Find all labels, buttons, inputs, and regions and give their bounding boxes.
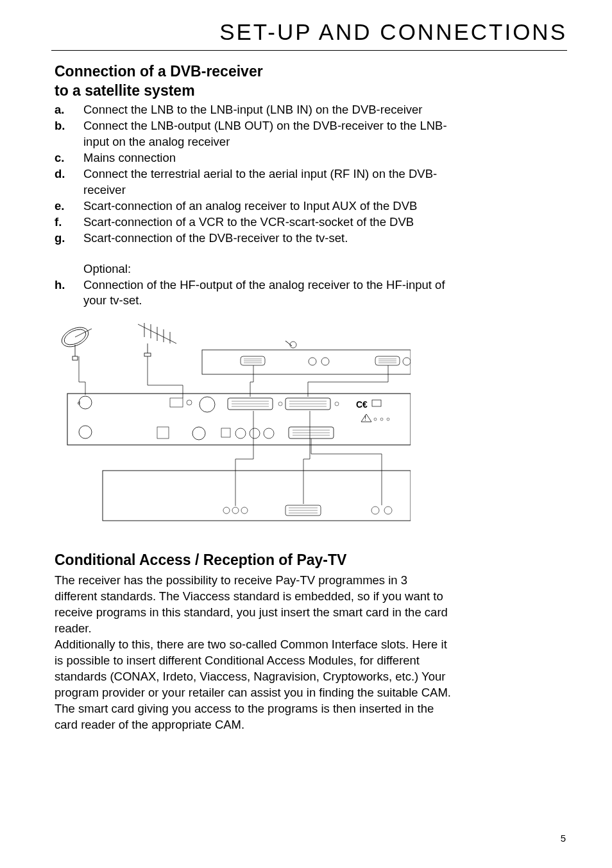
analog-receiver-icon <box>202 350 411 374</box>
step-letter: a. <box>55 102 83 118</box>
page-header: SET-UP AND CONNECTIONS <box>51 19 567 51</box>
antenna-icon <box>138 323 176 356</box>
svg-point-26 <box>278 402 282 406</box>
step-text: Mains connection <box>83 150 452 166</box>
step-letter: e. <box>55 198 83 214</box>
svg-point-17 <box>403 358 411 365</box>
svg-text:C€: C€ <box>356 399 368 410</box>
section2-para3: The smart card giving you access to the … <box>55 701 452 733</box>
heading-line-1: Connection of a DVB-receiver <box>55 63 263 80</box>
svg-point-41 <box>223 507 230 514</box>
section2-para2: Additionally to this, there are two so-c… <box>55 637 452 701</box>
connection-diagram: d C€ ! <box>55 318 411 530</box>
satellite-dish-icon <box>59 324 92 360</box>
svg-point-33 <box>387 418 389 421</box>
step-item-e: e. Scart-connection of an analog receive… <box>55 198 452 214</box>
svg-point-43 <box>241 507 248 514</box>
heading-line-2: to a satellite system <box>55 82 195 99</box>
tv-vcr-icon <box>103 471 411 521</box>
svg-point-46 <box>384 507 392 514</box>
step-text: Connect the LNB to the LNB-input (LNB IN… <box>83 102 452 118</box>
content-area: Connection of a DVB-receiver to a satell… <box>51 62 567 733</box>
svg-text:!: ! <box>364 415 366 422</box>
svg-point-23 <box>200 397 215 412</box>
step-text: Scart-connection of an analog receiver t… <box>83 198 452 214</box>
page-number: 5 <box>561 833 566 844</box>
svg-rect-12 <box>144 353 151 356</box>
step-text: Connect the terrestrial aerial to the ae… <box>83 166 452 198</box>
step-letter: h. <box>55 277 83 309</box>
svg-point-32 <box>380 418 383 421</box>
svg-rect-4 <box>72 356 78 360</box>
step-letter: b. <box>55 118 83 150</box>
section1-heading: Connection of a DVB-receiver to a satell… <box>55 62 452 101</box>
svg-point-31 <box>374 418 377 421</box>
svg-point-38 <box>250 428 260 438</box>
step-letter: c. <box>55 150 83 166</box>
step-list: a. Connect the LNB to the LNB-input (LNB… <box>55 102 452 247</box>
svg-point-47 <box>290 342 296 348</box>
svg-point-37 <box>235 428 246 438</box>
svg-point-15 <box>321 358 329 365</box>
step-item-g: g. Scart-connection of the DVB-receiver … <box>55 230 452 247</box>
svg-point-42 <box>232 507 239 514</box>
svg-point-1 <box>62 327 88 348</box>
svg-text:d: d <box>78 401 80 405</box>
step-item-f: f. Scart-connection of a VCR to the VCR-… <box>55 214 452 230</box>
step-text: Scart-connection of a VCR to the VCR-sca… <box>83 214 452 230</box>
step-item-h: h. Connection of the HF-output of the an… <box>55 277 452 309</box>
section2-para1: The receiver has the possibility to rece… <box>55 573 452 637</box>
svg-point-18 <box>79 396 92 409</box>
svg-rect-29 <box>372 400 381 406</box>
svg-point-27 <box>335 402 339 406</box>
svg-point-14 <box>309 358 316 365</box>
section2-heading: Conditional Access / Reception of Pay-TV <box>55 551 452 569</box>
svg-point-39 <box>264 428 274 438</box>
step-text: Connect the LNB-output (LNB OUT) on the … <box>83 118 452 150</box>
svg-point-20 <box>79 426 92 438</box>
step-letter: f. <box>55 214 83 230</box>
svg-rect-21 <box>170 398 183 407</box>
step-text: Scart-connection of the DVB-receiver to … <box>83 230 452 247</box>
step-text: Connection of the HF-output of the analo… <box>83 277 452 309</box>
svg-rect-34 <box>157 427 169 438</box>
svg-rect-36 <box>221 428 230 437</box>
step-letter: g. <box>55 230 83 247</box>
svg-point-35 <box>192 427 205 440</box>
step-item-c: c. Mains connection <box>55 150 452 166</box>
optional-label: Optional: <box>83 262 452 276</box>
optional-step-list: h. Connection of the HF-output of the an… <box>55 277 452 309</box>
step-item-d: d. Connect the terrestrial aerial to the… <box>55 166 452 198</box>
connection-lines <box>79 341 388 506</box>
svg-point-45 <box>371 507 379 514</box>
step-letter: d. <box>55 166 83 198</box>
step-item-b: b. Connect the LNB-output (LNB OUT) on t… <box>55 118 452 150</box>
svg-point-22 <box>187 400 192 405</box>
step-item-a: a. Connect the LNB to the LNB-input (LNB… <box>55 102 452 118</box>
